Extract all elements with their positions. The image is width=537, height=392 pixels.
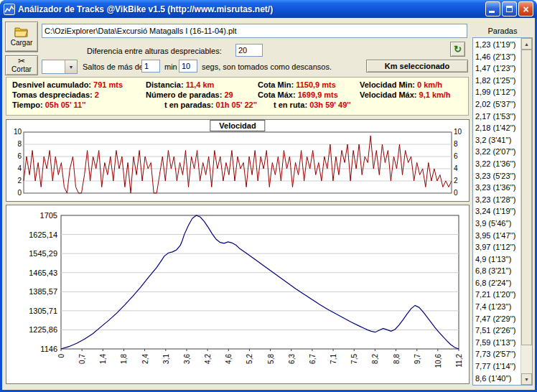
stats-grid: Desnivel acumulado: 791 mtsDistancia: 11…	[12, 80, 468, 109]
maximize-icon	[506, 6, 513, 12]
alturas-despreciables-input[interactable]	[235, 44, 263, 57]
x-tick-label: 9,7	[414, 354, 421, 364]
parada-item[interactable]: 3,23 (5'23'')	[475, 170, 520, 182]
parada-item[interactable]: 3,23 (1'36'')	[475, 182, 520, 194]
parada-item[interactable]: 7,77 (1'14'')	[475, 360, 520, 373]
parada-item[interactable]: 1,23 (1'19'')	[475, 39, 520, 51]
km-seleccionado-button[interactable]: Km seleccionado	[366, 60, 468, 73]
parada-item[interactable]: 1,46 (2'13'')	[475, 51, 520, 63]
y-tick-label: 2	[17, 177, 22, 185]
y-tick-label: 8	[17, 140, 22, 148]
parada-item[interactable]: 3,95 (1'47'')	[475, 230, 520, 242]
stat-value: 791 mts	[93, 80, 123, 89]
x-tick-label: 2,4	[141, 354, 149, 364]
stat-label: Cota Máx:	[258, 90, 298, 99]
saltos-suffix-label: segs, son tomados como descansos.	[202, 62, 332, 71]
x-tick-label: 8,8	[393, 354, 401, 364]
cortar-button[interactable]: ✂ Cortar	[5, 55, 38, 75]
parada-item[interactable]: 4,9 (1'13'')	[475, 253, 520, 266]
cortar-label: Cortar	[11, 65, 32, 73]
stat-cell: Velocidad Máx: 9,1 km/h	[360, 90, 468, 99]
x-tick-label: 0	[57, 354, 65, 358]
parada-item[interactable]: 3,24 (1'19'')	[475, 205, 520, 218]
x-tick-label: 7,5	[350, 354, 358, 364]
parada-item[interactable]: 3,9 (5'46'')	[475, 218, 520, 230]
parada-item[interactable]: 3,22 (1'36'')	[475, 158, 520, 170]
x-tick-label: 5,2	[246, 354, 253, 364]
arrow-down-icon: ▼	[524, 377, 529, 382]
y-tick-label: 1625,14	[29, 230, 57, 239]
parada-item[interactable]: 2,17 (1'53'')	[475, 111, 520, 123]
combobox-value	[42, 60, 65, 73]
parada-item[interactable]: 1,47 (1'23'')	[475, 62, 520, 75]
scroll-down-button[interactable]: ▼	[521, 373, 532, 385]
parada-item[interactable]: 7,51 (2'26'')	[475, 325, 520, 337]
y-tick-label: 1465,43	[29, 269, 57, 277]
app-window: Análizador de Tracks @VikBike v1.5 (http…	[0, 0, 537, 392]
app-icon	[4, 4, 15, 15]
close-button[interactable]: ×	[518, 1, 533, 17]
stat-cell	[360, 101, 468, 109]
parada-item[interactable]: 3,97 (1'12'')	[475, 241, 520, 253]
y-tick-label: 4	[17, 164, 22, 172]
parada-item[interactable]: 3,23 (1'28'')	[475, 194, 520, 206]
y-tick-label: 1225,86	[29, 325, 57, 334]
parada-item[interactable]: 7,4 (1'23'')	[475, 301, 520, 313]
saltos-minutes-input[interactable]	[141, 60, 160, 73]
saltos-seconds-input[interactable]	[179, 60, 197, 73]
parada-item[interactable]: 3,22 (2'07'')	[475, 146, 520, 158]
parada-item[interactable]: 6,8 (2'24'')	[475, 277, 520, 289]
scroll-up-button[interactable]: ▲	[521, 38, 532, 50]
x-tick-label: 6,3	[288, 354, 296, 364]
track-file-path-input[interactable]	[42, 24, 467, 38]
y-tick-label: 10	[14, 128, 22, 136]
paradas-listbox: 1,23 (1'19'')1,46 (2'13'')1,47 (1'23'')1…	[472, 37, 533, 386]
stat-label: Desnivel acumulado:	[12, 80, 93, 89]
stat-cell: Distancia: 11,4 km	[146, 80, 258, 89]
parada-item[interactable]: 1,82 (1'25'')	[475, 75, 520, 87]
parada-item[interactable]: 3,2 (3'41'')	[475, 134, 520, 146]
x-tick-label: 11,2	[455, 354, 463, 368]
stat-label: Velocidad Máx:	[360, 90, 419, 99]
x-tick-label: 0,7	[78, 354, 86, 364]
parada-item[interactable]: 2,18 (1'42'')	[475, 122, 520, 134]
open-folder-icon	[14, 27, 29, 37]
stat-label: Velocidad Min:	[360, 80, 417, 89]
parada-item[interactable]: 8,6 (1'40'')	[475, 373, 520, 385]
y-tick-label: 6	[454, 152, 458, 160]
stat-label: Tiempo:	[12, 101, 45, 109]
y-tick-label: 1545,29	[29, 249, 57, 258]
parada-item[interactable]: 2,02 (5'37'')	[475, 98, 520, 111]
x-tick-label: 4,6	[225, 354, 233, 364]
x-tick-label: 3,1	[162, 354, 170, 364]
stat-label: t en paradas:	[164, 101, 216, 109]
x-tick-label: 1,4	[99, 354, 107, 364]
interval-combobox[interactable]: ▼	[42, 60, 78, 74]
parada-item[interactable]: 7,59 (1'13'')	[475, 337, 520, 349]
parada-item[interactable]: 1,99 (1'12'')	[475, 86, 520, 98]
client-area: Cargar ✂ Cortar Diferencia entre alturas…	[2, 18, 535, 390]
stat-label: Número de paradas:	[146, 90, 224, 99]
scroll-track[interactable]	[521, 345, 532, 373]
x-tick-label: 7,1	[330, 354, 337, 364]
scroll-thumb[interactable]	[521, 50, 532, 345]
stat-cell: Número de paradas: 29	[146, 90, 258, 99]
paradas-scrollbar[interactable]: ▲ ▼	[520, 38, 532, 385]
parada-item[interactable]: 6,8 (3'21'')	[475, 265, 520, 277]
stat-value: 05h 05' 11''	[45, 101, 86, 109]
cargar-button[interactable]: Cargar	[5, 22, 38, 52]
stat-value: 0 km/h	[417, 80, 442, 89]
saltos-min-label: min	[164, 62, 177, 71]
parada-item[interactable]: 7,47 (2'29'')	[475, 313, 520, 325]
toolbar-separator	[5, 52, 38, 53]
stat-value: 9,1 km/h	[419, 90, 451, 99]
elevation-plot-frame	[61, 215, 459, 349]
maximize-button[interactable]	[502, 1, 517, 17]
minimize-button[interactable]	[485, 1, 500, 17]
paradas-title: Paradas	[472, 27, 533, 35]
parada-item[interactable]: 7,73 (2'57'')	[475, 348, 520, 360]
x-tick-label: 6,7	[309, 354, 317, 364]
parada-item[interactable]: 7,21 (1'20'')	[475, 289, 520, 301]
stat-cell: Velocidad Min: 0 km/h	[360, 80, 468, 89]
recalculate-button[interactable]: ↻	[450, 42, 465, 57]
